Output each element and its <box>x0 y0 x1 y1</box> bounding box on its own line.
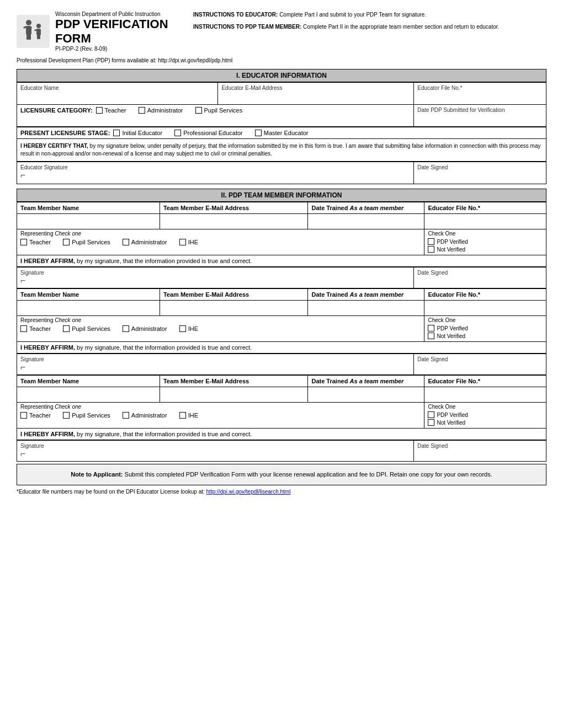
master-educator-option[interactable]: Master Educator <box>255 130 309 136</box>
rep-checkboxes-1: Teacher Pupil Services Administrator IHE <box>20 239 421 245</box>
tm-file-value-2[interactable] <box>424 301 546 316</box>
tm-name-value-3[interactable] <box>17 387 160 403</box>
date-pdp-value[interactable] <box>417 113 543 124</box>
teacher-rep-3[interactable]: Teacher <box>20 412 51 419</box>
pdp-verified-checkbox-1[interactable] <box>428 238 434 245</box>
inst-educator-label: INSTRUCTIONS TO EDUCATOR: <box>193 12 278 18</box>
affirm-cell-1: I HEREBY AFFIRM, by my signature, that t… <box>17 255 546 267</box>
tm-email-header-2: Team Member E-Mail Address <box>160 289 308 301</box>
ihe-rep-checkbox-1[interactable] <box>179 239 186 245</box>
initial-educator-checkbox[interactable] <box>113 130 120 136</box>
tm-date-value-2[interactable] <box>308 301 424 316</box>
tm-file-value-3[interactable] <box>424 387 546 403</box>
pdp-verified-checkbox-3[interactable] <box>428 411 434 418</box>
not-verified-1[interactable]: Not Verified <box>428 246 534 253</box>
tm-email-value-3[interactable] <box>160 387 308 403</box>
sig-cell: Educator Signature ⌐ <box>17 162 414 184</box>
professional-educator-option[interactable]: Professional Educator <box>174 130 243 136</box>
sig-cell-3: Signature ⌐ <box>17 441 414 462</box>
date-signed-label-3: Date Signed <box>417 443 543 449</box>
section-i: I. EDUCATOR INFORMATION Educator Name Ed… <box>17 69 546 184</box>
admin-rep-checkbox-2[interactable] <box>123 325 129 332</box>
not-verified-2[interactable]: Not Verified <box>428 333 534 339</box>
teacher-rep-2[interactable]: Teacher <box>20 325 51 332</box>
pdp-verified-2[interactable]: PDP Verified <box>428 325 534 331</box>
initial-educator-option[interactable]: Initial Educator <box>113 130 162 136</box>
date-signed-value[interactable] <box>417 170 543 181</box>
footnote-link[interactable]: http://dpi.wi.gov/tepdl/lisearch.html <box>206 489 291 495</box>
ihe-rep-checkbox-3[interactable] <box>179 412 186 419</box>
pupil-rep-2[interactable]: Pupil Services <box>63 325 110 332</box>
rep-text-1: Representing <box>20 231 53 237</box>
tm-file-header-1: Educator File No.* <box>424 202 546 214</box>
date-signed-label-2: Date Signed <box>417 356 543 362</box>
tm-date-a-2: Date Trained <box>311 291 348 298</box>
pupil-rep-1[interactable]: Pupil Services <box>63 239 110 245</box>
teacher-rep-1[interactable]: Teacher <box>20 239 51 245</box>
svg-rect-5 <box>26 34 29 40</box>
master-educator-label: Master Educator <box>264 130 309 136</box>
stage-cell: PRESENT LICENSURE STAGE: Initial Educato… <box>17 127 546 139</box>
affirm-text-2: by my signature, that the information pr… <box>77 344 252 351</box>
note-text: Note to Applicant: Submit this completed… <box>71 471 492 478</box>
educator-name-value[interactable] <box>20 91 214 102</box>
educator-email-value[interactable] <box>221 91 410 102</box>
tm-file-value-1[interactable] <box>424 214 546 229</box>
tm-date-value-3[interactable] <box>308 387 424 403</box>
pupil-rep-3[interactable]: Pupil Services <box>63 412 110 419</box>
teacher-rep-checkbox-3[interactable] <box>20 412 27 419</box>
tm-name-value-1[interactable] <box>17 214 160 229</box>
affirm-cell-3: I HEREBY AFFIRM, by my signature, that t… <box>17 429 546 440</box>
present-stage-label: PRESENT LICENSURE STAGE: <box>20 130 110 136</box>
ihe-rep-1[interactable]: IHE <box>179 239 198 245</box>
affirm-row-1: I HEREBY AFFIRM, by my signature, that t… <box>17 255 546 267</box>
teacher-rep-label-3: Teacher <box>29 412 51 419</box>
admin-rep-checkbox-3[interactable] <box>123 412 129 419</box>
not-verified-checkbox-3[interactable] <box>428 419 434 426</box>
pupil-rep-checkbox-3[interactable] <box>63 412 70 419</box>
not-verified-label-1: Not Verified <box>437 247 465 253</box>
pupil-rep-checkbox-2[interactable] <box>63 325 70 332</box>
ihe-rep-checkbox-2[interactable] <box>179 325 186 332</box>
affirm-text-1: by my signature, that the information pr… <box>77 258 252 264</box>
instructions-pdp-text: INSTRUCTIONS TO PDP TEAM MEMBER: Complet… <box>193 23 546 31</box>
tm-date-value-1[interactable] <box>308 214 424 229</box>
pupil-services-option[interactable]: Pupil Services <box>195 107 243 114</box>
admin-rep-checkbox-1[interactable] <box>123 239 129 245</box>
pdp-verified-3[interactable]: PDP Verified <box>428 411 534 418</box>
pdp-verified-checkbox-2[interactable] <box>428 325 434 331</box>
admin-rep-3[interactable]: Administrator <box>123 412 167 419</box>
header: Wisconsin Department of Public Instructi… <box>17 11 546 52</box>
pupil-services-checkbox[interactable] <box>195 107 202 114</box>
ihe-rep-2[interactable]: IHE <box>179 325 198 332</box>
date-signed-cell-1: Date Signed <box>414 267 546 288</box>
not-verified-checkbox-2[interactable] <box>428 333 434 339</box>
professional-educator-checkbox[interactable] <box>174 130 181 136</box>
tm-date-italic-1: As a team member <box>350 205 404 211</box>
administrator-checkbox[interactable] <box>139 107 145 114</box>
teacher-checkbox[interactable] <box>96 107 103 114</box>
check-one-label-1: Check One <box>428 231 543 237</box>
teacher-rep-checkbox-1[interactable] <box>20 239 27 245</box>
check-one-cell-1: Check One PDP Verified Not Verified <box>424 229 546 255</box>
tm-name-value-2[interactable] <box>17 301 160 316</box>
ihe-rep-3[interactable]: IHE <box>179 412 198 419</box>
teacher-option[interactable]: Teacher <box>96 107 126 114</box>
sig-corner-2: ⌐ <box>20 362 25 372</box>
not-verified-checkbox-1[interactable] <box>428 246 434 253</box>
sig-value[interactable]: ⌐ <box>20 170 410 180</box>
master-educator-checkbox[interactable] <box>255 130 262 136</box>
educator-file-value[interactable] <box>417 91 543 102</box>
admin-rep-1[interactable]: Administrator <box>123 239 167 245</box>
tm-email-value-1[interactable] <box>160 214 308 229</box>
pupil-rep-checkbox-1[interactable] <box>63 239 70 245</box>
inst-pdp-label: INSTRUCTIONS TO PDP TEAM MEMBER: <box>193 24 301 30</box>
tm-email-value-2[interactable] <box>160 301 308 316</box>
not-verified-3[interactable]: Not Verified <box>428 419 534 426</box>
administrator-option[interactable]: Administrator <box>139 107 183 114</box>
admin-rep-2[interactable]: Administrator <box>123 325 167 332</box>
pdp-verified-1[interactable]: PDP Verified <box>428 238 534 245</box>
tm-name-header-2: Team Member Name <box>17 289 160 301</box>
teacher-rep-checkbox-2[interactable] <box>20 325 27 332</box>
licensure-category-row: LICENSURE CATEGORY: Teacher Administrato… <box>20 107 410 114</box>
